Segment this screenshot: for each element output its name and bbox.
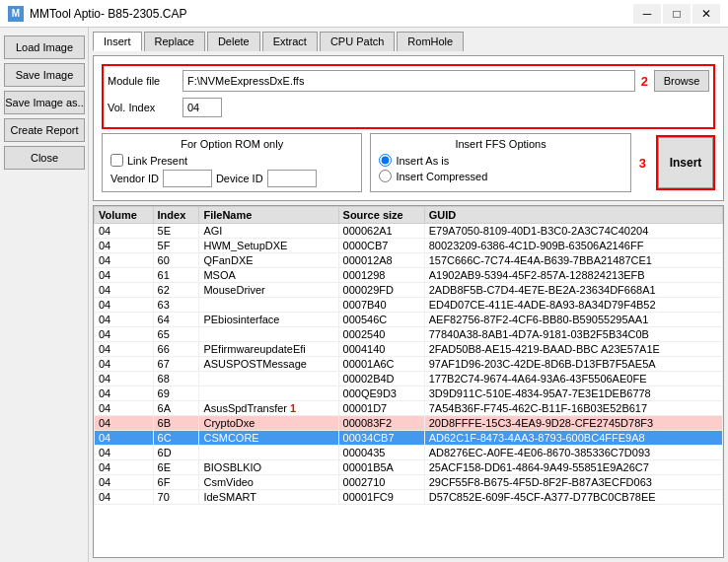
insert-as-is-radio[interactable] — [379, 154, 392, 167]
options-section: For Option ROM only Link Present Vendor … — [102, 133, 715, 192]
table-row[interactable]: 046CCSMCORE00034CB7AD62C1F-8473-4AA3-879… — [95, 431, 723, 446]
table-cell: 97AF1D96-203C-42DE-8D6B-D13FB7F5AE5A — [424, 357, 722, 372]
table-cell: 04 — [95, 327, 154, 342]
create-report-button[interactable]: Create Report — [4, 118, 85, 142]
table-row[interactable]: 0466PEfirmwareupdateEfi00041402FAD50B8-A… — [95, 342, 723, 357]
table-cell: 000546C — [338, 313, 424, 327]
option-rom-box: For Option ROM only Link Present Vendor … — [102, 133, 362, 192]
table-row[interactable]: 046800002B4D177B2C74-9674-4A64-93A6-43F5… — [95, 372, 723, 386]
table-cell: 68 — [153, 372, 199, 386]
table-cell: 00001D7 — [338, 401, 424, 416]
module-file-wrapper: Module file 2 Browse Vol. Index — [102, 64, 715, 129]
table-cell: PEbiosinterface — [199, 313, 338, 327]
table-cell: IdeSMART — [199, 490, 338, 505]
badge-3: 3 — [639, 156, 646, 171]
sidebar: Load Image Save Image Save Image as.. Cr… — [0, 28, 89, 562]
table-row[interactable]: 045FHWM_SetupDXE0000CB780023209-6386-4C1… — [95, 239, 723, 253]
main-container: Load Image Save Image Save Image as.. Cr… — [0, 28, 728, 562]
table-row[interactable]: 0464PEbiosinterface000546CAEF82756-87F2-… — [95, 313, 723, 327]
link-present-checkbox[interactable] — [110, 154, 123, 167]
table-row[interactable]: 04630007B40ED4D07CE-411E-4ADE-8A93-8A34D… — [95, 298, 723, 313]
table-row[interactable]: 046EBIOSBLKIO00001B5A25ACF158-DD61-4864-… — [95, 460, 723, 475]
table-row[interactable]: 046FCsmVideo000271029CF55F8-B675-4F5D-8F… — [95, 475, 723, 490]
table-cell: 29CF55F8-B675-4F5D-8F2F-B87A3ECFD063 — [424, 475, 722, 490]
table-row[interactable]: 0469000QE9D33D9D911C-510E-4834-95A7-7E3E… — [95, 386, 723, 401]
table-cell: 69 — [153, 386, 199, 401]
table-row[interactable]: 0460QFanDXE000012A8157C666C-7C74-4E4A-B6… — [95, 253, 723, 268]
module-file-label: Module file — [108, 75, 177, 87]
load-image-button[interactable]: Load Image — [4, 35, 85, 59]
vol-index-input[interactable] — [182, 98, 222, 117]
file-table: Volume Index FileName Source size GUID 0… — [94, 206, 723, 505]
table-row[interactable]: 046AAsusSpdTransfer 100001D77A54B36F-F74… — [95, 401, 723, 416]
device-id-input[interactable] — [267, 170, 317, 187]
tab-cpu-patch[interactable]: CPU Patch — [320, 32, 395, 51]
table-row[interactable]: 0470IdeSMART00001FC9D57C852E-609F-45CF-A… — [95, 490, 723, 505]
table-cell: CSMCORE — [199, 431, 338, 446]
table-row[interactable]: 046D0000435AD8276EC-A0FE-4E06-8670-38533… — [95, 446, 723, 460]
table-cell: HWM_SetupDXE — [199, 239, 338, 253]
app-icon: M — [8, 6, 24, 22]
module-file-input[interactable] — [182, 70, 635, 92]
table-cell: 2FAD50B8-AE15-4219-BAAD-BBC A23E57A1E — [424, 342, 722, 357]
table-cell: 04 — [95, 239, 154, 253]
table-row[interactable]: 0467ASUSPOSTMessage00001A6C97AF1D96-203C… — [95, 357, 723, 372]
tab-delete[interactable]: Delete — [207, 32, 260, 51]
table-row[interactable]: 0461MSOA0001298A1902AB9-5394-45F2-857A-1… — [95, 268, 723, 283]
vol-index-row: Vol. Index — [108, 98, 709, 117]
table-row[interactable]: 046BCryptoDxe000083F220D8FFFE-15C3-4EA9-… — [95, 416, 723, 431]
table-cell: 04 — [95, 416, 154, 431]
table-cell: 000QE9D3 — [338, 386, 424, 401]
file-table-container[interactable]: Volume Index FileName Source size GUID 0… — [93, 205, 724, 558]
save-image-button[interactable]: Save Image — [4, 63, 85, 87]
table-cell: D57C852E-609F-45CF-A377-D77BC0CB78EE — [424, 490, 722, 505]
table-cell: 04 — [95, 372, 154, 386]
insert-button[interactable]: Insert — [658, 137, 713, 188]
table-cell: 04 — [95, 268, 154, 283]
maximize-button[interactable]: □ — [663, 4, 691, 24]
table-cell: 00001FC9 — [338, 490, 424, 505]
col-volume: Volume — [95, 207, 154, 224]
vendor-device-row: Vendor ID Device ID — [110, 170, 353, 187]
table-cell: 04 — [95, 342, 154, 357]
title-bar: M MMTool Aptio- B85-2305.CAP ─ □ ✕ — [0, 0, 728, 28]
browse-button[interactable]: Browse — [654, 70, 709, 92]
close-button[interactable]: ✕ — [692, 4, 720, 24]
save-image-as-button[interactable]: Save Image as.. — [4, 91, 85, 114]
col-filename: FileName — [199, 207, 338, 224]
table-cell: CryptoDxe — [199, 416, 338, 431]
tab-insert[interactable]: Insert — [93, 32, 142, 51]
table-cell: 000012A8 — [338, 253, 424, 268]
table-cell: 64 — [153, 313, 199, 327]
window-controls: ─ □ ✕ — [633, 4, 720, 24]
table-cell: 04 — [95, 357, 154, 372]
table-row[interactable]: 0462MouseDriver000029FD2ADB8F5B-C7D4-4E7… — [95, 283, 723, 298]
module-file-row: Module file 2 Browse — [108, 70, 709, 92]
table-cell: 2ADB8F5B-C7D4-4E7E-BE2A-23634DF668A1 — [424, 283, 722, 298]
table-cell: 000062A1 — [338, 224, 424, 239]
table-cell: 04 — [95, 253, 154, 268]
ffs-title: Insert FFS Options — [379, 138, 621, 150]
tab-replace[interactable]: Replace — [144, 32, 205, 51]
tab-extract[interactable]: Extract — [262, 32, 318, 51]
table-cell: 04 — [95, 475, 154, 490]
table-cell: 000083F2 — [338, 416, 424, 431]
tab-romhole[interactable]: RomHole — [397, 32, 464, 51]
table-cell: 0002710 — [338, 475, 424, 490]
insert-as-is-row: Insert As is — [379, 154, 621, 167]
insert-compressed-radio[interactable] — [379, 170, 392, 182]
table-row[interactable]: 045EAGI000062A1E79A7050-8109-40D1-B3C0-2… — [95, 224, 723, 239]
close-button-sidebar[interactable]: Close — [4, 146, 85, 170]
vendor-id-input[interactable] — [163, 170, 212, 187]
minimize-button[interactable]: ─ — [633, 4, 661, 24]
table-cell: 67 — [153, 357, 199, 372]
table-cell: 62 — [153, 283, 199, 298]
table-cell: QFanDXE — [199, 253, 338, 268]
table-cell: 0004140 — [338, 342, 424, 357]
table-cell: AD62C1F-8473-4AA3-8793-600BC4FFE9A8 — [424, 431, 722, 446]
insert-btn-section: 3 Insert — [639, 133, 715, 192]
table-cell: 04 — [95, 386, 154, 401]
table-row[interactable]: 0465000254077840A38-8AB1-4D7A-9181-03B2F… — [95, 327, 723, 342]
table-cell: ED4D07CE-411E-4ADE-8A93-8A34D79F4B52 — [424, 298, 722, 313]
table-cell: 04 — [95, 313, 154, 327]
